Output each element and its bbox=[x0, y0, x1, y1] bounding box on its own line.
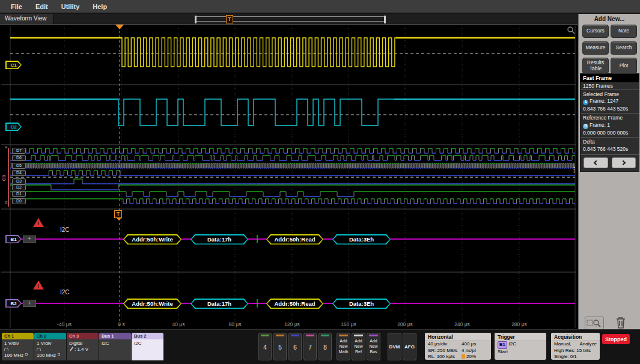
delta-label: Delta bbox=[581, 138, 639, 145]
add-results-table-button[interactable]: Results Table bbox=[582, 58, 609, 74]
menu-file[interactable]: File bbox=[11, 3, 22, 10]
digital-channel-label-d6[interactable]: D6 bbox=[12, 155, 26, 161]
frame-a-badge: A bbox=[583, 100, 588, 105]
waveform-canvas[interactable] bbox=[0, 25, 578, 330]
trigger-point-icon[interactable] bbox=[115, 25, 124, 29]
trigger-mode: Start bbox=[498, 349, 508, 356]
channel-badge-bus2[interactable]: Bus 2I2C bbox=[132, 333, 163, 360]
selected-frame-value[interactable]: AFrame: 1247 bbox=[581, 97, 639, 105]
digital-channel-button-6[interactable]: 6 bbox=[288, 333, 302, 360]
warning-icon: ! bbox=[33, 218, 44, 227]
badge-line: I2C bbox=[102, 341, 129, 347]
badge-line: 1 V/div bbox=[37, 341, 64, 347]
add-color-strip bbox=[339, 335, 348, 336]
tab-waveform-view[interactable]: Waveform View bbox=[0, 14, 54, 24]
menu-help[interactable]: Help bbox=[93, 3, 107, 10]
add-plot-button[interactable]: Plot bbox=[611, 58, 637, 74]
reference-frame-value[interactable]: BFrame: 1 bbox=[581, 121, 639, 129]
menu-utility[interactable]: Utility bbox=[61, 3, 80, 10]
decode-text: Data:17h bbox=[192, 300, 248, 308]
digital-channel-label-d2[interactable]: D2 bbox=[12, 184, 26, 190]
digital-channel-label-d5[interactable]: D5 bbox=[12, 163, 26, 169]
next-frame-button[interactable] bbox=[612, 157, 636, 168]
trash-button[interactable] bbox=[614, 315, 628, 330]
settings-bar: Ch 11 V/div100 MHzCh 21 V/div100 MHzCh 3… bbox=[0, 329, 640, 364]
stopped-button[interactable]: Stopped bbox=[602, 334, 630, 344]
time-axis-label: 40 µs bbox=[160, 321, 197, 327]
selected-frame-time: 0.843 766 443 520s bbox=[581, 105, 639, 112]
splitter-handle[interactable]: ⋮ bbox=[571, 168, 578, 171]
digital-channel-label-d1[interactable]: D1 bbox=[12, 191, 26, 197]
sample-interval: 4 ns/pt bbox=[462, 348, 476, 354]
add-measure-button[interactable]: Measure bbox=[582, 41, 609, 55]
digital-channel-button-5[interactable]: 5 bbox=[273, 333, 287, 360]
badge-title: Bus 1 bbox=[99, 333, 131, 339]
badge-line: Digital bbox=[69, 341, 96, 347]
add-new-bus-button[interactable]: AddNewBus bbox=[367, 333, 380, 360]
badge-text: Digital bbox=[69, 341, 82, 346]
badge-line: 100 MHz bbox=[37, 353, 64, 359]
badge-title: Ch 1 bbox=[2, 333, 34, 339]
trigger-position-marker[interactable]: T bbox=[226, 15, 233, 23]
channel-badge-ch1[interactable]: Ch 11 V/div100 MHz bbox=[2, 333, 34, 360]
add-search-button[interactable]: Search bbox=[611, 41, 637, 55]
drag-handle-icon[interactable]: ≡ bbox=[5, 200, 8, 205]
add-cursors-button[interactable]: Cursors bbox=[582, 25, 609, 38]
overview-left-bracket[interactable] bbox=[195, 16, 197, 23]
oscilloscope-app: FileEditUtilityHelp Waveform View T C1 C… bbox=[0, 0, 640, 364]
digital-channel-label-d0[interactable]: D0 bbox=[12, 198, 26, 204]
digital-channel-label-d3[interactable]: D3 bbox=[12, 178, 26, 184]
button-label: AddNewMath bbox=[337, 338, 350, 354]
add-note-button[interactable]: Note bbox=[611, 25, 637, 38]
time-axis-label: 200 µs bbox=[387, 321, 423, 327]
badge-line: 100 MHz bbox=[4, 353, 31, 359]
channel-badge-bus1[interactable]: Bus 1I2C bbox=[99, 333, 131, 360]
time-axis-label: 280 µs bbox=[501, 321, 537, 327]
channel-badge-ch2[interactable]: Ch 21 V/div100 MHz bbox=[34, 333, 66, 360]
bandwidth-limit-icon bbox=[25, 353, 28, 356]
button-label: AddNewRef bbox=[352, 338, 365, 354]
badge-text: I2C bbox=[102, 341, 109, 346]
channel-tag-label: C1 bbox=[7, 62, 21, 68]
bus1-expand-button[interactable]: + bbox=[23, 235, 36, 243]
bus1-protocol-label: I2C bbox=[60, 226, 70, 233]
trigger-panel[interactable]: Trigger B1I2C Start bbox=[495, 333, 546, 360]
overview-right-bracket[interactable] bbox=[384, 16, 386, 23]
badge-title: Bus 2 bbox=[132, 333, 163, 339]
digital-channel-button-7[interactable]: 7 bbox=[303, 333, 317, 360]
button-label: 5 bbox=[274, 344, 286, 351]
menu-edit[interactable]: Edit bbox=[35, 3, 48, 10]
zoom-overview-track[interactable]: T bbox=[195, 16, 385, 22]
acquisition-title: Acquisition bbox=[551, 333, 600, 341]
digital-channel-label-d4[interactable]: D4 bbox=[12, 170, 26, 176]
dvm-button[interactable]: DVM bbox=[388, 333, 401, 360]
trigger-event-marker[interactable]: T bbox=[114, 210, 122, 218]
badge-title: Ch 2 bbox=[34, 333, 66, 339]
digital-channel-button-8[interactable]: 8 bbox=[318, 333, 332, 360]
previous-frame-button[interactable] bbox=[584, 157, 608, 168]
frame-number: Frame: 1247 bbox=[590, 98, 618, 104]
bus2-expand-button[interactable]: + bbox=[23, 300, 36, 307]
tab-strip: Waveform View T bbox=[0, 14, 578, 24]
add-new-math-button[interactable]: AddNewMath bbox=[337, 333, 350, 360]
badge-line: 1 V/div bbox=[4, 341, 31, 347]
digital-group-bracket bbox=[8, 148, 9, 207]
digital-channel-label-d7[interactable]: D7 bbox=[12, 148, 26, 154]
drag-handle-icon[interactable]: ≡ bbox=[5, 145, 8, 150]
warning-icon: ! bbox=[33, 281, 44, 290]
acquisition-panel[interactable]: Acquisition Manual,Analyze High Res: 15 … bbox=[551, 333, 600, 360]
time-axis-label: 80 µs bbox=[217, 321, 253, 327]
horizontal-scale: 40 µs/div bbox=[428, 341, 462, 348]
afg-button[interactable]: AFG bbox=[403, 333, 416, 360]
decode-text: Data:17h bbox=[192, 235, 248, 244]
zoom-mode-button[interactable] bbox=[585, 317, 604, 330]
horizontal-panel[interactable]: Horizontal 40 µs/div400 µs SR: 250 MS/s4… bbox=[425, 333, 491, 360]
zoom-mode-icon[interactable] bbox=[566, 26, 576, 37]
digital-channel-button-4[interactable]: 4 bbox=[258, 333, 272, 360]
channel-tag-label: B1 bbox=[7, 236, 21, 243]
channel-badge-ch3[interactable]: Ch 3Digital: 1.4 V bbox=[67, 333, 99, 360]
waveform-plot[interactable]: C1 C2 C3 ≡ ≡ ! I2C B1 + T ! I2C B2 + ⋮ -… bbox=[0, 24, 578, 329]
add-new-ref-button[interactable]: AddNewRef bbox=[352, 333, 365, 360]
channel-color-strip bbox=[321, 335, 329, 336]
badge-text: 100 MHz bbox=[37, 353, 56, 358]
